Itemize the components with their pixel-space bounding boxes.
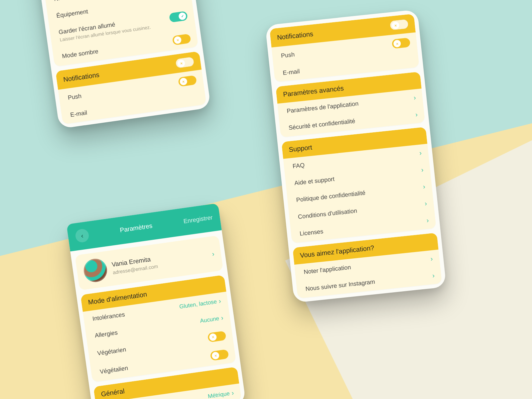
avatar	[82, 257, 108, 284]
row-value: Aucune ›	[200, 314, 224, 325]
section-title: Général	[100, 387, 125, 398]
toggle-vegan[interactable]	[210, 349, 229, 361]
section-title: Support	[289, 144, 313, 154]
card-support: Support FAQ › Aide et support › Politiqu…	[281, 127, 436, 243]
card-diet: Mode d'alimentation Intolérances Gluten,…	[80, 275, 236, 382]
phone-general: Général Unité de mesure Métrique › Nivea…	[35, 0, 211, 129]
chevron-right-icon: ›	[231, 389, 234, 397]
toggle-push[interactable]	[392, 38, 411, 49]
toggle-vegetarian[interactable]	[207, 331, 226, 342]
section-title: Vous aimez l'application?	[300, 244, 374, 259]
card-notifications-c: Notifications Push E-mail	[270, 14, 419, 82]
toggle-dark-mode[interactable]	[172, 34, 191, 45]
toggle-notifications-master[interactable]	[390, 19, 409, 30]
section-title: Notifications	[63, 71, 100, 83]
chevron-right-icon: ›	[432, 272, 435, 280]
chevron-right-icon: ›	[413, 94, 416, 102]
chevron-right-icon: ›	[419, 149, 422, 157]
chevron-right-icon: ›	[220, 314, 224, 322]
chevron-right-icon: ›	[211, 250, 215, 258]
card-love-app: Vous aimez l'application? Noter l'applic…	[293, 233, 442, 299]
chevron-right-icon: ›	[424, 200, 427, 207]
chevron-right-icon: ›	[430, 255, 433, 263]
save-button[interactable]: Enregistrer	[183, 214, 213, 225]
card-advanced: Paramètres avancés Paramètres de l'appli…	[276, 71, 425, 137]
toggle-keep-screen-on[interactable]	[169, 11, 188, 23]
toggle-notifications-master[interactable]	[175, 57, 194, 68]
back-button[interactable]: ‹	[74, 228, 89, 243]
row-value: Métrique ›	[207, 389, 234, 399]
page-title: Paramètres	[88, 218, 184, 238]
row-value: Gluten, lactose ›	[179, 297, 221, 311]
phone-parametres: ‹ Paramètres Enregistrer Vania Eremita a…	[66, 203, 246, 399]
chevron-right-icon: ›	[218, 297, 221, 305]
chevron-right-icon: ›	[415, 111, 418, 119]
section-title: Notifications	[277, 30, 314, 41]
section-title: Paramètres avancés	[283, 84, 344, 98]
chevron-right-icon: ›	[426, 216, 429, 224]
phone-support: Notifications Push E-mail Paramètres ava…	[265, 9, 446, 303]
toggle-push[interactable]	[178, 75, 197, 87]
chevron-right-icon: ›	[423, 183, 426, 191]
chevron-right-icon: ›	[421, 166, 424, 174]
